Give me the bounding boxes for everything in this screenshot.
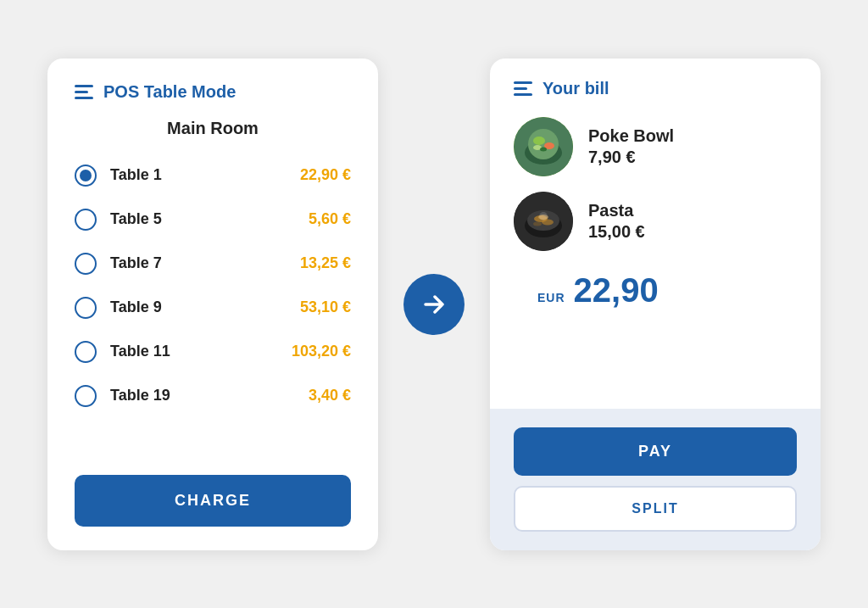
table-row-table-19[interactable]: Table 193,40 € [75,374,351,418]
menu-icon [75,85,93,99]
poke-bowl-svg [514,117,573,176]
svg-point-14 [539,212,548,220]
table-amount-table-7: 13,25 € [300,254,351,272]
pay-button[interactable]: PAY [514,427,797,476]
table-list: Table 122,90 €Table 55,60 €Table 713,25 … [75,153,351,451]
svg-point-15 [533,221,542,226]
bill-item-pasta: Pasta 15,00 € [514,192,797,251]
navigate-arrow[interactable] [403,274,465,335]
poke-bowl-price: 7,90 € [588,148,674,167]
radio-table-7[interactable] [75,253,97,275]
bill-card: Your bill [490,59,821,550]
poke-bowl-name: Poke Bowl [588,126,674,146]
table-name-table-11: Table 11 [110,343,278,360]
radio-table-11[interactable] [75,341,97,363]
bill-title: Your bill [542,79,609,98]
radio-table-9[interactable] [75,297,97,319]
radio-table-1[interactable] [75,165,97,187]
poke-bowl-info: Poke Bowl 7,90 € [588,126,674,167]
svg-point-3 [533,137,545,145]
charge-button[interactable]: CHARGE [75,475,351,527]
table-row-table-9[interactable]: Table 953,10 € [75,286,351,330]
pasta-image [514,192,573,251]
table-name-table-19: Table 19 [110,387,295,404]
table-name-table-5: Table 5 [110,210,295,228]
table-row-table-7[interactable]: Table 713,25 € [75,242,351,286]
svg-point-7 [540,147,547,151]
table-name-table-1: Table 1 [110,166,287,184]
table-amount-table-9: 53,10 € [300,298,351,316]
arrow-right-icon [419,289,449,320]
bill-actions: PAY SPLIT [490,409,821,550]
total-amount: 22,90 [574,271,659,310]
table-amount-table-19: 3,40 € [309,387,351,404]
table-amount-table-1: 22,90 € [300,166,351,184]
left-card-header: POS Table Mode [75,82,351,102]
table-name-table-7: Table 7 [110,254,287,272]
poke-bowl-image [514,117,573,176]
split-button[interactable]: SPLIT [514,486,797,532]
bill-item-poke: Poke Bowl 7,90 € [514,117,797,176]
pasta-info: Pasta 15,00 € [588,201,645,242]
bill-menu-icon [514,81,532,96]
pasta-price: 15,00 € [588,222,645,242]
radio-table-5[interactable] [75,209,97,231]
total-section: EUR 22,90 [514,271,797,325]
total-currency: EUR [537,291,565,304]
left-card-title: POS Table Mode [103,82,236,102]
table-row-table-1[interactable]: Table 122,90 € [75,153,351,198]
pasta-svg [514,192,573,251]
radio-table-19[interactable] [75,385,97,407]
pos-table-mode-card: POS Table Mode Main Room Table 122,90 €T… [47,59,378,550]
svg-point-2 [528,129,559,159]
table-amount-table-11: 103,20 € [292,343,351,360]
bill-header: Your bill [514,79,797,98]
room-name: Main Room [75,119,351,138]
table-row-table-5[interactable]: Table 55,60 € [75,198,351,242]
table-amount-table-5: 5,60 € [309,210,351,228]
table-name-table-9: Table 9 [110,298,287,316]
bill-items-list: Poke Bowl 7,90 € [514,117,797,251]
bill-card-top: Your bill [490,59,821,338]
pasta-name: Pasta [588,201,645,220]
table-row-table-11[interactable]: Table 11103,20 € [75,330,351,374]
